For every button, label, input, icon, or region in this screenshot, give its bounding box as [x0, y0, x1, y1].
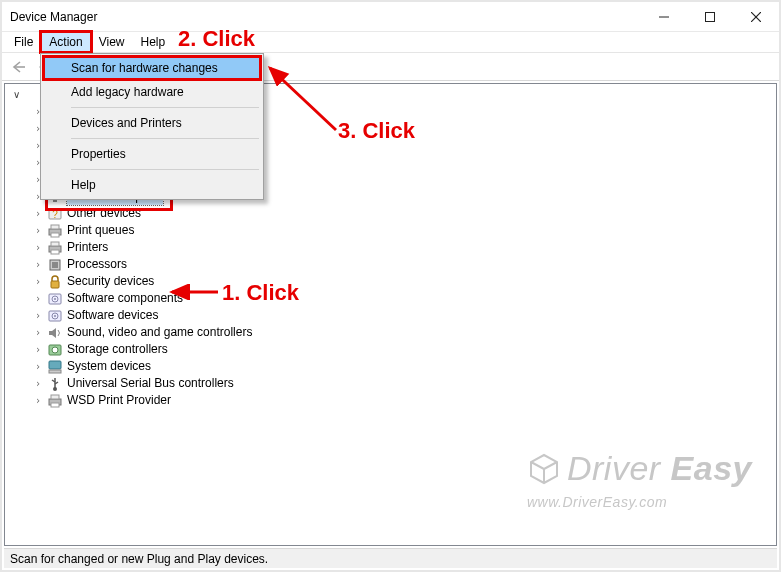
menu-item[interactable]: Devices and Printers [43, 111, 261, 135]
chevron-right-icon[interactable]: › [31, 290, 45, 307]
menu-file-label: File [14, 35, 33, 49]
svg-rect-40 [49, 361, 61, 369]
statusbar-text: Scan for changed or new Plug and Play de… [10, 552, 268, 566]
menu-item-label: Devices and Printers [71, 116, 182, 130]
watermark-line1a: Driver [567, 449, 671, 487]
svg-rect-45 [51, 395, 59, 399]
chevron-right-icon[interactable]: › [31, 324, 45, 341]
chevron-right-icon[interactable]: › [31, 358, 45, 375]
tree-item[interactable]: ›Security devices [7, 273, 776, 290]
menu-action-label: Action [49, 35, 82, 49]
chevron-right-icon[interactable]: › [31, 239, 45, 256]
svg-text:?: ? [52, 209, 58, 220]
menu-separator [71, 138, 259, 139]
chevron-right-icon[interactable]: › [31, 256, 45, 273]
swdev-icon [47, 308, 63, 324]
tree-item[interactable]: ›Sound, video and game controllers [7, 324, 776, 341]
tree-item[interactable]: ›WSD Print Provider [7, 392, 776, 409]
wsd-icon [47, 393, 63, 409]
chevron-right-icon[interactable]: › [31, 205, 45, 222]
maximize-button[interactable] [687, 2, 733, 32]
tree-item-label: Print queues [67, 222, 134, 239]
menu-item[interactable]: Properties [43, 142, 261, 166]
tree-item[interactable]: ›Software devices [7, 307, 776, 324]
menu-file[interactable]: File [6, 32, 41, 52]
tree-item-label: Other devices [67, 205, 141, 222]
expand-icon[interactable]: ∨ [9, 86, 23, 103]
other-icon: ? [47, 206, 63, 222]
watermark-cube-icon [527, 452, 561, 491]
menu-item-label: Scan for hardware changes [71, 61, 218, 75]
watermark: Driver Easy www.DriverEasy.com [527, 451, 752, 509]
window-title: Device Manager [10, 10, 97, 24]
menu-item[interactable]: Add legacy hardware [43, 80, 261, 104]
statusbar: Scan for changed or new Plug and Play de… [4, 548, 777, 568]
watermark-line1b: Easy [671, 449, 752, 487]
svg-rect-28 [51, 250, 59, 254]
menu-item[interactable]: Help [43, 173, 261, 197]
menu-item-label: Help [71, 178, 96, 192]
close-button[interactable] [733, 2, 779, 32]
system-icon [47, 359, 63, 375]
chevron-right-icon[interactable]: › [31, 273, 45, 290]
toolbar-back-button[interactable] [6, 55, 32, 79]
svg-rect-46 [51, 403, 59, 407]
titlebar: Device Manager [2, 2, 779, 32]
svg-rect-25 [51, 233, 59, 237]
printq-icon [47, 223, 63, 239]
watermark-url: www.DriverEasy.com [527, 495, 752, 509]
menu-view-label: View [99, 35, 125, 49]
chevron-right-icon[interactable]: › [31, 341, 45, 358]
tree-item-label: Sound, video and game controllers [67, 324, 252, 341]
tree-item-label: Security devices [67, 273, 154, 290]
cpu-icon [47, 257, 63, 273]
tree-item-label: Software devices [67, 307, 158, 324]
svg-rect-30 [52, 262, 58, 268]
menu-separator [71, 107, 259, 108]
menu-view[interactable]: View [91, 32, 133, 52]
tree-item-label: Storage controllers [67, 341, 168, 358]
tree-item[interactable]: ›Storage controllers [7, 341, 776, 358]
tree-item-label: System devices [67, 358, 151, 375]
svg-rect-31 [51, 281, 59, 288]
tree-item[interactable]: ›?Other devices [7, 205, 776, 222]
action-menu-dropdown: Scan for hardware changesAdd legacy hard… [40, 53, 264, 200]
tree-item[interactable]: ›Print queues [7, 222, 776, 239]
usb-icon [47, 376, 63, 392]
swcomp-icon [47, 291, 63, 307]
printer-icon [47, 240, 63, 256]
tree-item[interactable]: ›Universal Serial Bus controllers [7, 375, 776, 392]
tree-item-label: Processors [67, 256, 127, 273]
security-icon [47, 274, 63, 290]
svg-point-37 [54, 315, 56, 317]
tree-item-label: Universal Serial Bus controllers [67, 375, 234, 392]
menubar: File Action View Help [2, 32, 779, 53]
chevron-right-icon[interactable]: › [31, 375, 45, 392]
menu-separator [71, 169, 259, 170]
svg-rect-41 [49, 370, 61, 373]
tree-item[interactable]: ›System devices [7, 358, 776, 375]
menu-help-label: Help [141, 35, 166, 49]
minimize-button[interactable] [641, 2, 687, 32]
svg-point-34 [54, 298, 56, 300]
tree-item-label: WSD Print Provider [67, 392, 171, 409]
menu-item[interactable]: Scan for hardware changes [43, 56, 261, 80]
svg-rect-1 [706, 12, 715, 21]
svg-point-39 [52, 347, 58, 353]
sound-icon [47, 325, 63, 341]
menu-help[interactable]: Help [133, 32, 174, 52]
tree-item[interactable]: ›Printers [7, 239, 776, 256]
chevron-right-icon[interactable]: › [31, 222, 45, 239]
window-buttons [641, 2, 779, 32]
chevron-right-icon[interactable]: › [31, 392, 45, 409]
storage-icon [47, 342, 63, 358]
tree-item-label: Printers [67, 239, 108, 256]
menu-item-label: Properties [71, 147, 126, 161]
menu-item-label: Add legacy hardware [71, 85, 184, 99]
tree-item[interactable]: ›Processors [7, 256, 776, 273]
tree-item[interactable]: ›Software components [7, 290, 776, 307]
chevron-right-icon[interactable]: › [31, 307, 45, 324]
svg-rect-24 [51, 225, 59, 229]
svg-rect-27 [51, 242, 59, 246]
menu-action[interactable]: Action [41, 32, 90, 52]
